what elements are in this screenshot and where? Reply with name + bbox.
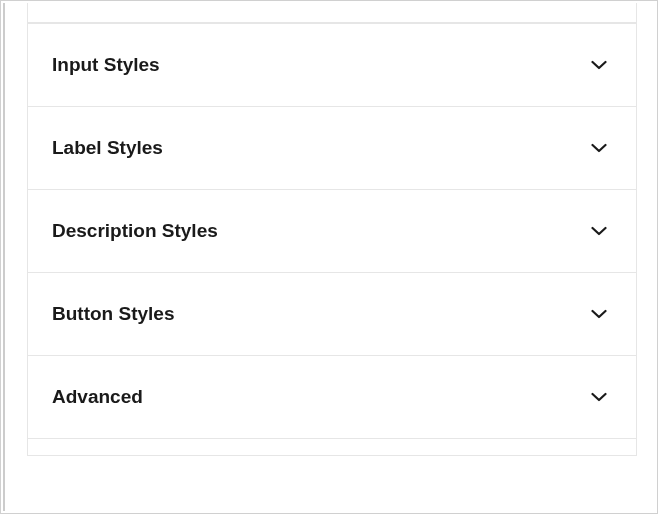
accordion-label: Advanced bbox=[52, 386, 143, 408]
accordion-item-input-styles[interactable]: Input Styles bbox=[27, 23, 637, 107]
chevron-down-icon bbox=[590, 56, 608, 74]
chevron-down-icon bbox=[590, 222, 608, 240]
chevron-down-icon bbox=[590, 388, 608, 406]
accordion-label: Label Styles bbox=[52, 137, 163, 159]
accordion-label: Description Styles bbox=[52, 220, 218, 242]
accordion-item-label-styles[interactable]: Label Styles bbox=[27, 106, 637, 190]
chevron-down-icon bbox=[590, 305, 608, 323]
accordion-item-advanced[interactable]: Advanced bbox=[27, 355, 637, 439]
panel-outer: Input Styles Label Styles Description St… bbox=[0, 0, 658, 514]
accordion-container: Input Styles Label Styles Description St… bbox=[3, 3, 655, 511]
accordion-label: Button Styles bbox=[52, 303, 174, 325]
accordion-label: Input Styles bbox=[52, 54, 160, 76]
truncated-row-top bbox=[27, 3, 637, 23]
chevron-down-icon bbox=[590, 139, 608, 157]
truncated-row-bottom bbox=[27, 438, 637, 456]
accordion-item-description-styles[interactable]: Description Styles bbox=[27, 189, 637, 273]
accordion-item-button-styles[interactable]: Button Styles bbox=[27, 272, 637, 356]
